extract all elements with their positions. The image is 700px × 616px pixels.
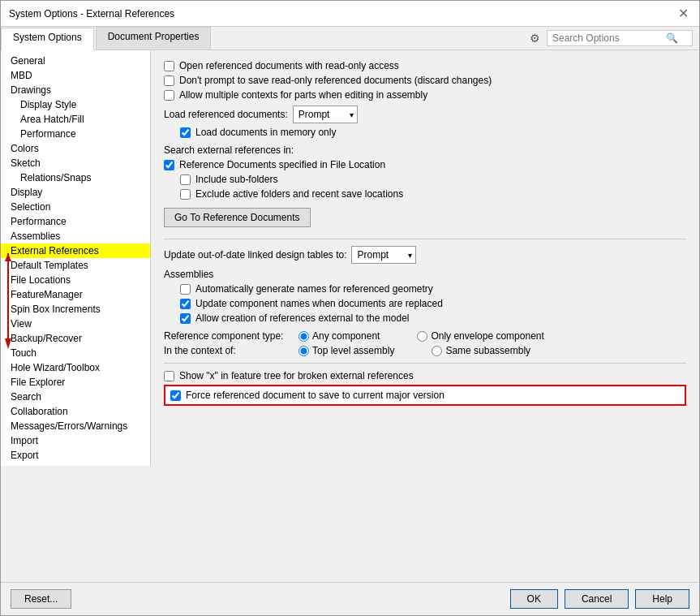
sidebar-item-default-templates[interactable]: Default Templates (1, 258, 150, 273)
checkbox-show-x: Show "x" in feature tree for broken exte… (164, 370, 686, 381)
sidebar-item-performance[interactable]: Performance (1, 214, 150, 229)
checkbox-update-component-input[interactable] (180, 299, 191, 309)
checkbox-load-memory: Load documents in memory only (180, 127, 686, 138)
checkbox-allow-multiple: Allow multiple contexts for parts when e… (164, 89, 686, 101)
search-external-label: Search external references in: (164, 144, 686, 156)
checkbox-auto-names-input[interactable] (180, 284, 191, 295)
main-window: System Options - External References ✕ S… (0, 0, 700, 616)
radio-any-component-label: Any component (312, 330, 380, 342)
checkbox-exclude-active-input[interactable] (180, 189, 191, 200)
checkbox-allow-multiple-label: Allow multiple contexts for parts when e… (179, 89, 427, 101)
sidebar-item-hole-wizard[interactable]: Hole Wizard/Toolbox (1, 360, 150, 375)
radio-top-level[interactable]: Top level assembly (298, 345, 394, 356)
radio-same-subassembly[interactable]: Same subassembly (432, 345, 530, 356)
search-magnifier-icon: 🔍 (666, 32, 678, 44)
sidebar-item-sketch[interactable]: Sketch (1, 156, 150, 170)
load-referenced-row: Load referenced documents: Prompt (164, 106, 686, 123)
go-to-reference-button[interactable]: Go To Reference Documents (164, 208, 311, 227)
checkbox-allow-creation-label: Allow creation of references external to… (195, 312, 409, 324)
main-content: General MBD Drawings Display Style Area … (1, 50, 699, 582)
radio-top-level-input[interactable] (298, 346, 309, 356)
separator-2 (164, 363, 686, 364)
checkbox-no-prompt-save-input[interactable] (164, 75, 174, 86)
checkbox-allow-creation-input[interactable] (180, 313, 191, 324)
search-area: ⚙ 🔍 (523, 27, 699, 50)
checkbox-auto-names: Automatically generate names for referen… (180, 283, 686, 295)
sidebar-item-display-style[interactable]: Display Style (1, 97, 150, 112)
sidebar-item-spin-box[interactable]: Spin Box Increments (1, 302, 150, 317)
checkbox-show-x-input[interactable] (164, 371, 174, 381)
radio-any-component-input[interactable] (298, 331, 309, 342)
checkbox-ref-docs-label: Reference Documents specified in File Lo… (179, 159, 385, 170)
load-referenced-dropdown[interactable]: Prompt (293, 106, 358, 123)
separator-1 (164, 239, 686, 239)
radio-only-envelope-input[interactable] (417, 331, 427, 342)
load-memory-block: Load documents in memory only (180, 127, 686, 138)
checkbox-update-component: Update component names when documents ar… (180, 298, 686, 309)
sidebar-item-file-explorer[interactable]: File Explorer (1, 375, 150, 390)
sidebar-item-area-hatch[interactable]: Area Hatch/Fill (1, 112, 150, 127)
search-external-section: Search external references in: Reference… (164, 144, 686, 232)
checkbox-open-readonly-input[interactable] (164, 61, 174, 71)
sidebar-item-touch[interactable]: Touch (1, 346, 150, 360)
checkbox-force-save-label: Force referenced document to save to cur… (186, 390, 444, 401)
sidebar-item-backup-recover[interactable]: Backup/Recover (1, 331, 150, 346)
sidebar-item-performance-drawings[interactable]: Performance (1, 127, 150, 141)
radio-any-component[interactable]: Any component (298, 330, 380, 342)
context-row: In the context of: Top level assembly Sa… (164, 345, 686, 356)
radio-only-envelope[interactable]: Only envelope component (417, 330, 543, 342)
reset-button[interactable]: Reset... (11, 589, 71, 609)
update-dropdown[interactable]: Prompt (351, 246, 416, 264)
sidebar-item-selection[interactable]: Selection (1, 200, 150, 214)
checkbox-ref-docs: Reference Documents specified in File Lo… (164, 159, 686, 170)
checkbox-ref-docs-input[interactable] (164, 160, 174, 170)
close-button[interactable]: ✕ (675, 6, 691, 21)
dialog-buttons: OK Cancel Help (510, 589, 689, 609)
gear-icon: ⚙ (530, 32, 540, 45)
sidebar-item-colors[interactable]: Colors (1, 141, 150, 156)
cancel-button[interactable]: Cancel (565, 589, 629, 609)
radio-top-level-label: Top level assembly (312, 345, 394, 356)
radio-same-subassembly-label: Same subassembly (445, 345, 530, 356)
bottom-bar: Reset... OK Cancel Help (1, 582, 699, 615)
sidebar-item-display[interactable]: Display (1, 185, 150, 200)
context-label: In the context of: (164, 345, 294, 356)
checkbox-allow-multiple-input[interactable] (164, 90, 174, 101)
radio-same-subassembly-input[interactable] (432, 346, 442, 356)
sidebar-item-assemblies[interactable]: Assemblies (1, 229, 150, 243)
help-button[interactable]: Help (635, 589, 689, 609)
checkbox-exclude-active: Exclude active folders and recent save l… (180, 188, 686, 200)
sidebar-item-feature-manager[interactable]: FeatureManager (1, 287, 150, 302)
checkbox-exclude-active-label: Exclude active folders and recent save l… (195, 188, 403, 200)
checkbox-include-sub: Include sub-folders (180, 174, 686, 185)
sidebar-item-search[interactable]: Search (1, 390, 150, 404)
search-input[interactable] (552, 32, 666, 44)
update-row: Update out-of-date linked design tables … (164, 246, 686, 264)
checkbox-no-prompt-save: Don't prompt to save read-only reference… (164, 75, 686, 86)
sidebar-item-export[interactable]: Export (1, 448, 150, 463)
sidebar-item-messages-errors[interactable]: Messages/Errors/Warnings (1, 419, 150, 433)
checkbox-load-memory-label: Load documents in memory only (195, 127, 336, 138)
checkbox-include-sub-input[interactable] (180, 174, 191, 185)
sidebar-item-view[interactable]: View (1, 317, 150, 331)
sidebar-item-collaboration[interactable]: Collaboration (1, 404, 150, 419)
ok-button[interactable]: OK (510, 589, 558, 609)
checkbox-force-save-input[interactable] (170, 390, 181, 401)
sidebar-item-relations-snaps[interactable]: Relations/Snaps (1, 170, 150, 185)
sidebar-item-import[interactable]: Import (1, 433, 150, 448)
window-title: System Options - External References (9, 8, 174, 19)
checkbox-load-memory-input[interactable] (180, 127, 191, 138)
sidebar-item-general[interactable]: General (1, 54, 150, 68)
checkbox-update-component-label: Update component names when documents ar… (195, 298, 443, 309)
sidebar: General MBD Drawings Display Style Area … (1, 50, 151, 466)
search-box[interactable]: 🔍 (547, 30, 693, 46)
checkbox-auto-names-label: Automatically generate names for referen… (195, 283, 433, 295)
checkbox-show-x-label: Show "x" in feature tree for broken exte… (179, 370, 414, 381)
checkbox-open-readonly: Open referenced documents with read-only… (164, 60, 686, 71)
sidebar-item-external-references[interactable]: External References (1, 243, 150, 258)
tab-system-options[interactable]: System Options (1, 28, 94, 50)
sidebar-item-file-locations[interactable]: File Locations (1, 273, 150, 287)
sidebar-item-drawings[interactable]: Drawings (1, 83, 150, 97)
tab-document-properties[interactable]: Document Properties (96, 27, 212, 50)
sidebar-item-mbd[interactable]: MBD (1, 68, 150, 83)
